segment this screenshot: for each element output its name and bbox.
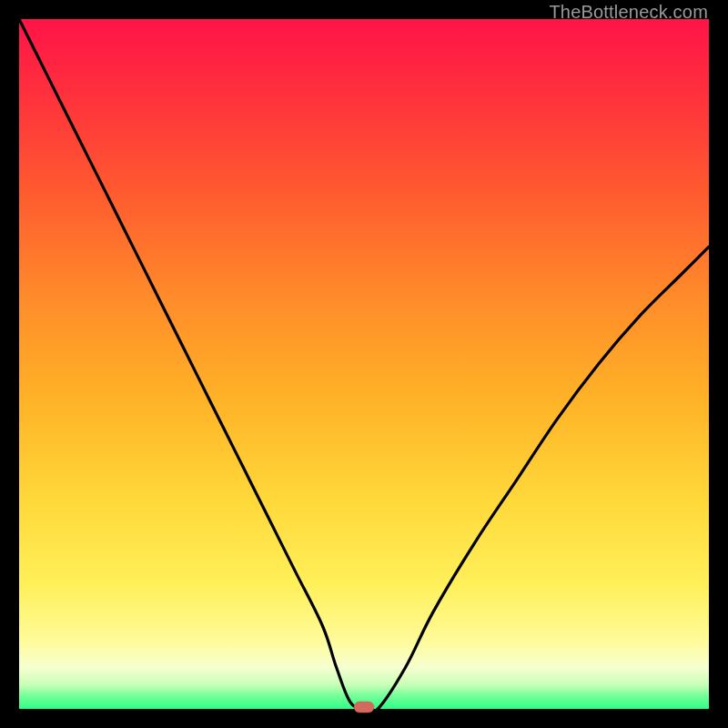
bottleneck-curve — [19, 19, 709, 709]
plot-area — [19, 19, 709, 709]
curve-path — [19, 19, 709, 713]
watermark-text: TheBottleneck.com — [549, 2, 708, 23]
optimum-marker — [354, 702, 374, 713]
chart-frame: TheBottleneck.com — [0, 0, 728, 728]
